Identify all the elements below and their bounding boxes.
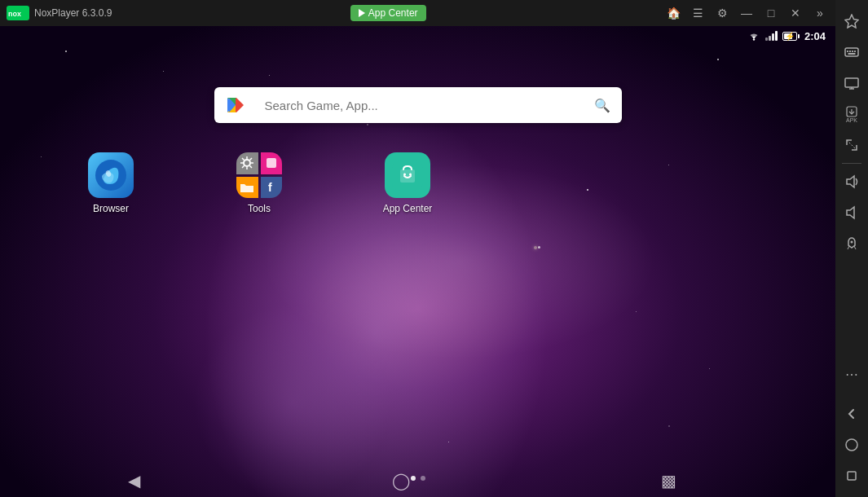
search-container: 🔍 [214, 87, 622, 123]
title-bar-center: App Center [350, 5, 426, 21]
svg-rect-22 [848, 53, 856, 55]
play-triangle [359, 9, 365, 17]
star [41, 156, 42, 157]
appcenter-icon-svg [392, 160, 423, 191]
more-button[interactable]: ⋯ [837, 360, 866, 389]
back-arrow-icon [844, 407, 859, 421]
sidebar-divider [842, 163, 861, 164]
title-bar-left: nox NoxPlayer 6.3.0.9 [7, 6, 112, 20]
tools-icon: f [236, 152, 282, 198]
status-bar: ⚡ 2:04 [0, 26, 835, 46]
svg-point-15 [409, 174, 412, 176]
maximize-button[interactable]: □ [762, 4, 780, 22]
sidebar-home-button[interactable] [837, 430, 866, 460]
star [717, 59, 719, 60]
tools-app-item[interactable]: f Tools [230, 152, 289, 214]
star [538, 246, 540, 248]
sidebar: APK ⋯ [835, 0, 868, 497]
svg-marker-7 [236, 98, 242, 112]
home-nav-button[interactable]: ◯ [381, 466, 421, 495]
app-title: NoxPlayer 6.3.0.9 [34, 7, 112, 19]
appcenter-label: App Center [383, 203, 433, 214]
star [636, 311, 637, 312]
bottom-nav: ◀ ◯ ▩ [0, 464, 803, 497]
tools-label: Tools [248, 203, 271, 214]
keyboard-button[interactable] [837, 37, 866, 67]
svg-point-2 [753, 38, 755, 40]
home-button[interactable]: 🏠 [664, 4, 682, 22]
star [587, 189, 588, 191]
star-icon [844, 14, 859, 29]
svg-marker-29 [847, 176, 854, 187]
home-circle-icon [844, 438, 859, 452]
emulator-area: nox NoxPlayer 6.3.0.9 App Center 🏠 ☰ ⚙ —… [0, 0, 835, 497]
title-bar-right: 🏠 ☰ ⚙ — □ ✕ » [664, 4, 829, 22]
browser-icon [88, 152, 134, 198]
svg-point-14 [403, 174, 406, 176]
svg-line-28 [847, 140, 857, 150]
svg-point-32 [846, 439, 857, 451]
favorite-button[interactable] [837, 7, 866, 36]
recent-apps-icon [844, 468, 859, 483]
browser-label: Browser [93, 203, 129, 214]
nox-logo: nox [7, 6, 29, 20]
menu-button[interactable]: ☰ [689, 4, 707, 22]
volume-down-button[interactable] [837, 198, 866, 227]
sidebar-recent-button[interactable] [837, 461, 866, 490]
search-bar[interactable]: 🔍 [214, 87, 622, 123]
svg-point-31 [851, 241, 853, 244]
apk-button[interactable]: APK [837, 99, 866, 129]
apps-area: Browser [82, 152, 437, 214]
star [668, 425, 670, 427]
star [448, 442, 449, 442]
resize-icon [844, 138, 859, 152]
android-screen: ⚡ 2:04 [0, 26, 835, 497]
appcenter-icon [385, 152, 430, 198]
app-center-button[interactable]: App Center [350, 5, 426, 21]
svg-text:nox: nox [8, 10, 21, 18]
star [163, 71, 164, 72]
browser-app-item[interactable]: Browser [82, 152, 140, 214]
minimize-button[interactable]: — [738, 4, 756, 22]
settings-button[interactable]: ⚙ [713, 4, 731, 22]
star [709, 368, 710, 369]
search-magnifier-icon[interactable]: 🔍 [594, 98, 610, 113]
volume-up-button[interactable] [837, 167, 866, 196]
apk-icon [846, 106, 857, 117]
wifi-icon [747, 31, 760, 41]
rocket-button[interactable] [837, 229, 866, 258]
clock: 2:04 [804, 30, 826, 42]
search-input[interactable] [252, 99, 586, 112]
close-button[interactable]: ✕ [786, 4, 804, 22]
star [367, 124, 368, 125]
recent-apps-button[interactable]: ▩ [649, 466, 690, 495]
svg-rect-23 [845, 78, 858, 87]
star [65, 51, 67, 52]
volume-up-icon [844, 174, 859, 189]
star [269, 75, 270, 76]
resize-button[interactable] [837, 130, 866, 160]
svg-rect-20 [852, 51, 853, 52]
appcenter-app-item[interactable]: App Center [378, 152, 437, 214]
svg-rect-33 [848, 472, 856, 480]
signal-bars-icon [765, 31, 778, 41]
keyboard-icon [844, 45, 859, 59]
svg-rect-18 [847, 51, 848, 52]
rocket-icon [844, 236, 859, 251]
title-bar: nox NoxPlayer 6.3.0.9 App Center 🏠 ☰ ⚙ —… [0, 0, 835, 26]
play-logo [227, 96, 245, 114]
screen-button[interactable] [837, 68, 866, 98]
svg-point-10 [244, 160, 250, 166]
back-button[interactable]: ◀ [113, 466, 154, 495]
svg-marker-16 [845, 15, 858, 28]
svg-text:f: f [268, 181, 272, 194]
svg-rect-17 [845, 48, 858, 56]
volume-down-icon [844, 205, 859, 220]
more-dots-icon: ⋯ [845, 368, 859, 381]
svg-rect-21 [854, 51, 856, 52]
sidebar-back-button[interactable] [837, 399, 866, 429]
double-arrow-button[interactable]: » [811, 4, 829, 22]
screen-icon [844, 76, 859, 90]
star [668, 165, 669, 165]
app-center-label: App Center [368, 7, 418, 19]
